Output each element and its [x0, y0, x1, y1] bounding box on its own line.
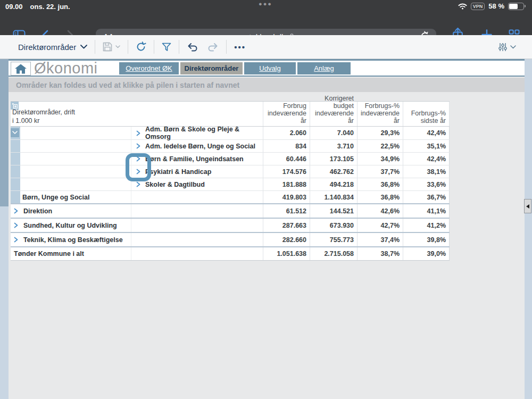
tab-udvalg[interactable]: Udvalg — [244, 62, 296, 74]
cell-budget: 2.715.058 — [310, 247, 358, 260]
expand-group-icon[interactable] — [14, 208, 18, 214]
battery-icon — [508, 3, 526, 10]
more-options-icon[interactable]: ••• — [234, 43, 246, 52]
tab-bar: Overordnet ØK Direktørområder Udvalg Anl… — [119, 62, 351, 74]
column-header-forbrugspct-indevaerende: Forbrugs-% indeværende år — [358, 102, 403, 126]
cell-pct-indevaerende: 36,8% — [358, 191, 403, 203]
tap-highlight-annotation — [126, 153, 151, 181]
cell-forbrug: 419.803 — [263, 191, 310, 203]
toolbar-divider — [95, 40, 95, 54]
cell-pct-indevaerende: 37,7% — [358, 165, 403, 178]
cell-forbrug: 834 — [263, 140, 310, 152]
view-selector-dropdown[interactable]: Direktørområder — [18, 43, 87, 52]
filter-icon[interactable] — [162, 43, 171, 52]
table-row: Adm. ledelse Børn, Unge og Social 834 3.… — [11, 139, 450, 152]
row-label: Børn, Unge og Social — [22, 194, 89, 201]
cell-pct-indevaerende: 38,7% — [358, 247, 403, 260]
cell-pct-sidste: 39,0% — [403, 247, 450, 260]
cell-budget: 173.105 — [310, 153, 358, 165]
cell-forbrug: 282.660 — [263, 233, 310, 246]
expand-row-icon[interactable] — [136, 181, 140, 187]
toolbar-divider — [128, 40, 128, 54]
row-label: Adm. ledelse Børn, Unge og Social — [145, 143, 255, 150]
cell-pct-sidste: 42,4% — [403, 153, 450, 165]
cell-pct-sidste: 42,4% — [403, 127, 450, 139]
app-toolbar: Direktørområder ••• — [0, 35, 532, 59]
expand-row-icon[interactable] — [136, 130, 140, 136]
table-row-grand-total: Tønder Kommune i alt 1.051.638 2.715.058… — [11, 246, 450, 261]
status-bar: 09.00 ons. 22. jun. ●●● VPN 58 % — [0, 0, 532, 13]
row-label: Tønder Kommune i alt — [14, 250, 84, 257]
cell-pct-indevaerende: 22,5% — [358, 140, 403, 152]
cell-budget: 3.710 — [310, 140, 358, 152]
column-header-forbrug: Forbrug indeværende år — [263, 102, 310, 126]
row-label: Skoler & Dagtilbud — [145, 181, 205, 188]
row-label: Psykiatri & Handicap — [145, 168, 211, 176]
cell-forbrug: 1.051.638 — [263, 247, 310, 260]
ios-browser-chrome: 09.00 ons. 22. jun. ●●● VPN 58 % porta — [0, 0, 532, 35]
expanded-group-strip — [11, 140, 20, 152]
expand-group-icon[interactable] — [14, 222, 18, 228]
cell-forbrug: 287.663 — [263, 219, 310, 232]
tab-overordnet-ok[interactable]: Overordnet ØK — [119, 62, 179, 74]
multitasking-dots: ●●● — [259, 1, 272, 7]
redo-icon[interactable] — [207, 43, 219, 52]
vpn-badge: VPN — [471, 3, 485, 10]
home-button[interactable] — [11, 62, 31, 76]
expanded-group-strip — [11, 178, 20, 190]
expanded-group-strip — [11, 165, 20, 178]
toolbar-divider — [154, 40, 154, 54]
row-label: Børn & Familie, Ungeindsatsen — [145, 155, 244, 163]
table-row: Børn & Familie, Ungeindsatsen 60.446 173… — [11, 152, 450, 165]
cell-pct-indevaerende: 42,7% — [358, 219, 403, 232]
cell-budget: 7.040 — [310, 127, 358, 139]
toolbar-divider — [179, 40, 179, 54]
table-title-line2: i 1.000 kr — [12, 117, 75, 125]
cell-pct-indevaerende: 37,4% — [358, 233, 403, 246]
display-settings-icon[interactable] — [498, 43, 516, 52]
home-icon — [14, 64, 27, 74]
expand-row-icon[interactable] — [136, 143, 140, 149]
save-icon[interactable] — [103, 42, 120, 52]
view-selector-label: Direktørområder — [18, 43, 76, 52]
refresh-icon[interactable] — [136, 41, 146, 52]
table-corner-cell: Direktørområder, drift i 1.000 kr — [11, 102, 263, 126]
table-row: Psykiatri & Handicap 174.576 462.762 37,… — [11, 165, 450, 178]
cell-pct-sidste: 39,8% — [403, 233, 450, 246]
finance-table: Direktørområder, drift i 1.000 kr Forbru… — [11, 101, 450, 261]
expanded-group-strip — [11, 153, 20, 165]
table-title-line1: Direktørområder, drift — [12, 108, 75, 117]
cell-budget: 755.773 — [310, 233, 358, 246]
cell-pct-sidste: 35,1% — [403, 140, 450, 152]
column-header-forbrugspct-sidste: Forbrugs-% sidste år — [403, 102, 450, 126]
wifi-icon — [458, 3, 467, 10]
cell-budget: 494.218 — [310, 178, 358, 190]
cell-pct-indevaerende: 29,3% — [358, 127, 403, 139]
cell-budget: 673.930 — [310, 219, 358, 232]
cell-pct-sidste: 36,7% — [403, 191, 450, 203]
cell-forbrug: 181.888 — [263, 178, 310, 190]
cell-forbrug: 60.446 — [263, 153, 310, 165]
row-label: Direktion — [23, 207, 52, 215]
notice-text: Områder kan foldes ud ved at klikke på p… — [16, 81, 239, 89]
page-header: Økonomi Overordnet ØK Direktørområder Ud… — [9, 59, 525, 77]
table-row-group-total: Børn, Unge og Social 419.803 1.140.834 3… — [11, 190, 450, 203]
expand-group-icon[interactable] — [14, 237, 18, 243]
collapse-group-icon[interactable] — [11, 128, 19, 137]
tab-anlaeg[interactable]: Anlæg — [297, 62, 351, 74]
table-row: Adm. Børn & Skole og Pleje & Omsorg 2.06… — [11, 127, 450, 139]
expanded-group-strip — [11, 127, 20, 139]
cell-budget: 144.521 — [310, 204, 358, 218]
row-label: Sundhed, Kultur og Udvikling — [23, 222, 117, 229]
cell-pct-sidste: 33,6% — [403, 178, 450, 190]
tab-direktoromrader[interactable]: Direktørområder — [180, 62, 243, 74]
cell-budget: 462.762 — [310, 165, 358, 178]
right-edge-panel — [525, 59, 532, 399]
table-row: Skoler & Dagtilbud 181.888 494.218 36,8%… — [11, 178, 450, 190]
cell-forbrug: 61.512 — [263, 204, 310, 218]
column-header-korrigeret-budget: Korrigeret budget indeværende år — [310, 102, 358, 126]
undo-icon[interactable] — [187, 43, 198, 52]
collapse-panel-arrow-button[interactable] — [524, 199, 531, 213]
expanded-group-strip — [11, 191, 20, 203]
table-header-row: Direktørområder, drift i 1.000 kr Forbru… — [11, 101, 450, 127]
